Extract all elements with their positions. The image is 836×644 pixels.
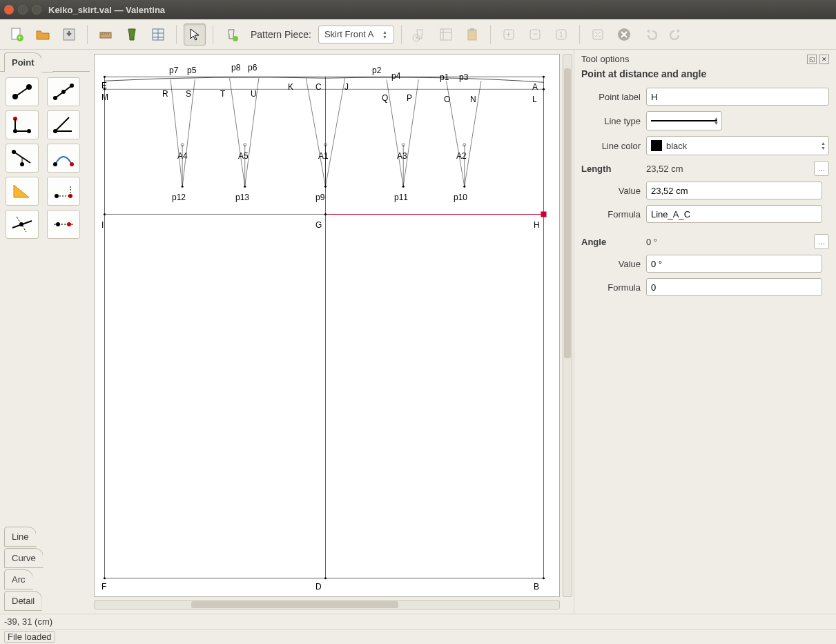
window-maximize-button[interactable]	[32, 5, 41, 14]
svg-point-58	[67, 222, 71, 226]
svg-point-76	[104, 88, 106, 90]
line-type-select[interactable]: ▲▼	[646, 111, 722, 130]
pattern-button[interactable]	[121, 23, 143, 46]
toolbox-tab-arc[interactable]: Arc	[4, 569, 33, 589]
status-message: File loaded	[0, 629, 836, 644]
panel-subtitle: Point at distance and angle	[574, 67, 836, 85]
svg-point-83	[182, 186, 184, 188]
svg-point-87	[463, 186, 465, 188]
angle-value-label: Value	[581, 259, 641, 269]
toolbox-tab-line[interactable]: Line	[4, 527, 37, 547]
svg-point-84	[244, 186, 246, 188]
length-formula-input[interactable]	[646, 205, 822, 223]
new-file-button[interactable]: +	[6, 23, 28, 46]
svg-point-75	[543, 76, 545, 78]
tool-point-intersection[interactable]	[47, 177, 80, 206]
svg-line-34	[55, 86, 72, 98]
point-label-label: Point label	[581, 92, 641, 102]
line-color-select[interactable]: black ▲▼	[646, 136, 829, 155]
main-toolbar: + Pattern Piece: Skirt Front A ▲▼ + − 1	[0, 19, 836, 50]
zoom-fit-button: 1	[550, 23, 572, 46]
layout-button	[435, 23, 457, 46]
line-type-label: Line type	[581, 116, 641, 126]
svg-line-30	[15, 87, 29, 97]
svg-text:1: 1	[559, 31, 563, 39]
panel-title: Tool options	[581, 54, 629, 64]
svg-point-86	[402, 186, 405, 188]
tool-normal[interactable]	[6, 110, 39, 139]
length-value-input[interactable]	[646, 182, 822, 199]
tool-triangle[interactable]	[6, 177, 39, 206]
drawing-canvas[interactable]: EMp7p5RSp8p6TUKCJp2p4QPp1p3ONALA4A5A1A3A…	[94, 54, 560, 597]
svg-point-55	[19, 222, 23, 226]
svg-point-85	[324, 186, 327, 188]
angle-formula-input[interactable]	[646, 278, 822, 296]
svg-point-80	[104, 577, 106, 579]
tool-line-intersect-axis[interactable]	[6, 210, 39, 239]
pattern-piece-label: Pattern Piece:	[251, 29, 311, 40]
horizontal-scrollbar[interactable]	[94, 600, 560, 609]
svg-point-81	[324, 577, 327, 579]
window-close-button[interactable]	[4, 5, 14, 14]
titlebar: Keiko_skirt.val — Valentina	[0, 0, 836, 19]
panel-float-icon[interactable]: ◱	[807, 55, 817, 64]
zoom-out-button: −	[524, 23, 546, 46]
angle-expand-button[interactable]: …	[814, 234, 829, 249]
vertical-scrollbar[interactable]	[563, 54, 572, 597]
svg-point-77	[543, 88, 545, 90]
line-color-label: Line color	[581, 141, 641, 151]
measurements-button[interactable]	[95, 23, 117, 46]
tool-endpoint[interactable]	[6, 77, 39, 106]
length-label: Length	[581, 164, 641, 174]
svg-point-74	[104, 76, 106, 78]
svg-rect-88	[541, 211, 546, 217]
toolbox-tab-curve[interactable]: Curve	[4, 548, 43, 568]
svg-point-42	[53, 129, 57, 133]
stop-button[interactable]	[613, 23, 635, 46]
tool-along-line[interactable]	[47, 77, 80, 106]
pattern-piece-select[interactable]: Skirt Front A ▲▼	[318, 26, 394, 43]
svg-point-13	[233, 36, 238, 41]
svg-point-82	[543, 577, 545, 579]
left-toolbox: Point Line Curve Arc Detail	[0, 50, 90, 614]
tool-options-panel: Tool options ◱ ✕ Point at distance and a…	[574, 50, 836, 614]
svg-rect-15	[440, 29, 451, 40]
window-title: Keiko_skirt.val — Valentina	[48, 5, 165, 15]
length-expand-button[interactable]: …	[814, 161, 829, 176]
point-label-input[interactable]	[646, 88, 829, 106]
svg-point-48	[70, 162, 74, 166]
svg-line-41	[55, 117, 69, 131]
canvas-area: EMp7p5RSp8p6TUKCJp2p4QPp1p3ONALA4A5A1A3A…	[90, 50, 574, 614]
svg-point-44	[12, 150, 16, 154]
svg-rect-59	[104, 77, 543, 578]
svg-point-57	[56, 222, 60, 226]
save-file-button[interactable]	[58, 23, 80, 46]
svg-text:+: +	[506, 30, 511, 39]
svg-point-47	[53, 162, 57, 166]
tool-point-of-contact[interactable]	[47, 144, 80, 173]
angle-value-input[interactable]	[646, 255, 822, 273]
panel-close-icon[interactable]: ✕	[819, 55, 829, 64]
new-pattern-piece-button[interactable]	[220, 23, 242, 46]
length-display: 23,52 cm	[646, 164, 808, 174]
clipboard-button	[461, 23, 483, 46]
tool-shoulder[interactable]	[6, 144, 39, 173]
angle-label: Angle	[581, 237, 641, 247]
svg-text:−: −	[533, 29, 538, 39]
pointer-tool-button[interactable]	[184, 23, 206, 46]
svg-rect-19	[470, 28, 474, 31]
svg-point-79	[324, 213, 327, 215]
zoom-original-button	[587, 23, 609, 46]
open-file-button[interactable]	[32, 23, 54, 46]
toolbox-tab-detail[interactable]: Detail	[4, 591, 42, 611]
tool-bisector[interactable]	[47, 110, 80, 139]
tool-curve-intersect-axis[interactable]	[47, 210, 80, 239]
table-button[interactable]	[147, 23, 169, 46]
svg-point-78	[104, 213, 106, 215]
undo-button	[639, 23, 661, 46]
svg-rect-18	[468, 30, 476, 40]
history-button	[409, 23, 431, 46]
toolbox-tab-point[interactable]: Point	[4, 52, 42, 72]
pattern-svg	[95, 55, 559, 596]
window-minimize-button[interactable]	[18, 5, 28, 14]
